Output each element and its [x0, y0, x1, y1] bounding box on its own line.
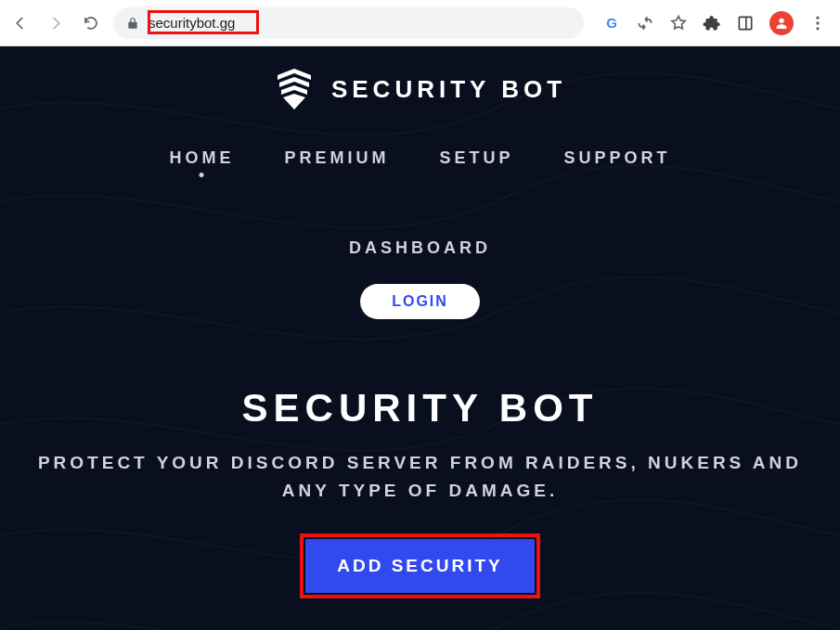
- forward-button[interactable]: [43, 10, 69, 36]
- google-icon[interactable]: G: [602, 14, 621, 32]
- svg-point-2: [816, 21, 819, 24]
- add-security-button[interactable]: ADD SECURITY: [305, 539, 535, 593]
- nav-setup[interactable]: SETUP: [439, 148, 513, 168]
- back-button[interactable]: [7, 10, 33, 36]
- hero-title: SECURITY BOT: [28, 386, 812, 431]
- brand-title: SECURITY BOT: [331, 75, 566, 104]
- browser-toolbar: securitybot.gg G: [0, 0, 840, 46]
- nav-support[interactable]: SUPPORT: [564, 148, 671, 168]
- nav-dashboard[interactable]: DASHBOARD: [349, 238, 491, 258]
- main-nav: HOME PREMIUM SETUP SUPPORT DASHBOARD: [96, 148, 745, 258]
- share-icon[interactable]: [636, 14, 654, 32]
- svg-point-3: [816, 27, 819, 30]
- svg-point-1: [816, 16, 819, 19]
- nav-home[interactable]: HOME: [169, 148, 234, 168]
- hero-section: SECURITY BOT PROTECT YOUR DISCORD SERVER…: [0, 386, 840, 593]
- hero-subtitle: PROTECT YOUR DISCORD SERVER FROM RAIDERS…: [28, 449, 812, 506]
- nav-premium[interactable]: PREMIUM: [284, 148, 389, 168]
- address-bar[interactable]: securitybot.gg: [113, 7, 584, 39]
- reload-button[interactable]: [78, 10, 104, 36]
- sidepanel-icon[interactable]: [736, 14, 755, 32]
- toolbar-right: G: [593, 11, 833, 35]
- login-button[interactable]: LOGIN: [360, 284, 480, 319]
- brand-header: SECURITY BOT: [274, 67, 566, 111]
- shield-logo-icon: [274, 67, 315, 111]
- menu-icon[interactable]: [808, 14, 827, 32]
- url-text: securitybot.gg: [149, 15, 235, 31]
- lock-icon: [126, 17, 139, 30]
- profile-avatar[interactable]: [769, 11, 794, 35]
- star-icon[interactable]: [669, 14, 688, 32]
- extensions-icon[interactable]: [703, 14, 721, 32]
- page-body: SECURITY BOT HOME PREMIUM SETUP SUPPORT …: [0, 46, 840, 630]
